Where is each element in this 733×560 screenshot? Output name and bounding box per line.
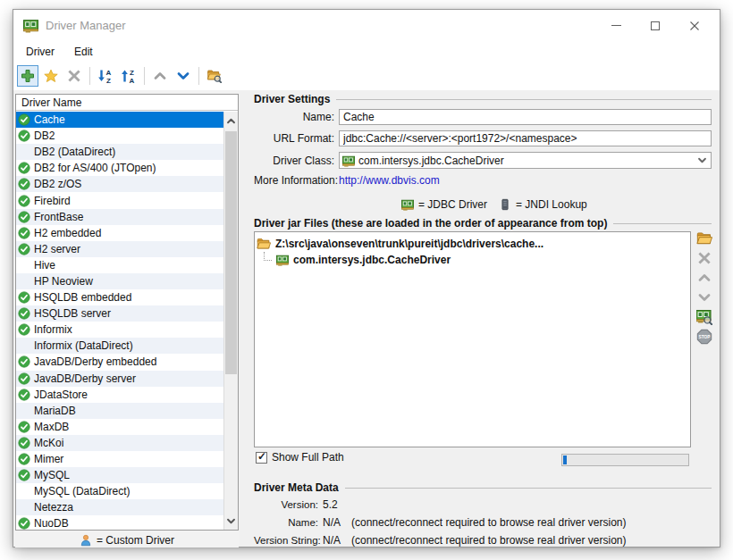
installed-check-icon (18, 130, 30, 142)
driver-list-item[interactable]: MySQL (16, 467, 223, 483)
scroll-up-arrow[interactable] (224, 113, 238, 128)
maximize-button[interactable] (636, 10, 675, 41)
driver-list-item[interactable]: Mimer (16, 451, 223, 467)
meta-title: Driver Meta Data (254, 481, 339, 494)
add-driver-button[interactable] (17, 65, 38, 87)
jar-path-node[interactable]: Z:\src\java\onseven\trunk\pureit\jdbc\dr… (257, 236, 688, 252)
driver-name-label: H2 server (34, 243, 80, 255)
driver-list-scrollbar[interactable] (223, 112, 238, 530)
driver-list-item[interactable]: Netezza (16, 499, 223, 515)
move-jar-down-button[interactable] (695, 288, 713, 305)
driver-list-item[interactable]: HSQLDB embedded (16, 289, 223, 305)
jndi-lookup-icon (499, 198, 511, 211)
dbvis-link[interactable]: http://www.dbvis.com (339, 174, 440, 187)
sort-descending-button[interactable] (118, 65, 139, 87)
tree-connector (264, 252, 272, 261)
sort-az-icon (97, 68, 114, 84)
driver-list-header[interactable]: Driver Name (16, 95, 238, 111)
name-field[interactable] (339, 109, 712, 125)
installed-check-icon (18, 469, 30, 481)
driver-settings-title: Driver Settings (254, 93, 330, 105)
url-format-label: URL Format: (254, 132, 334, 145)
minimize-icon (611, 25, 621, 26)
driver-list-item[interactable]: MySQL (DataDirect) (16, 483, 223, 499)
chevron-up-icon (697, 271, 712, 285)
installed-check-icon (18, 178, 30, 190)
jar-path-label: Z:\src\java\onseven\trunk\pureit\jdbc\dr… (275, 238, 543, 250)
driver-list-item[interactable]: JDataStore (16, 387, 223, 403)
driver-list-item[interactable]: FrontBase (16, 209, 223, 225)
installed-check-icon (18, 243, 30, 255)
driver-settings-section-header: Driver Settings (254, 93, 712, 105)
minimize-button[interactable] (596, 10, 636, 41)
jar-files-tree[interactable]: Z:\src\java\onseven\trunk\pureit\jdbc\dr… (254, 231, 691, 447)
driver-class-node-label: com.intersys.jdbc.CacheDriver (293, 254, 451, 266)
driver-list-item[interactable]: Hive (16, 257, 223, 273)
jar-toolbar (695, 230, 714, 345)
driver-list-item[interactable]: H2 server (16, 241, 223, 257)
sort-ascending-button[interactable] (95, 65, 116, 87)
combobox-dropdown-button[interactable] (695, 153, 709, 168)
meta-version-label: Version: (254, 499, 318, 510)
driver-list-item[interactable]: HSQLDB server (16, 305, 223, 322)
driver-list-item[interactable]: H2 embedded (16, 225, 223, 241)
title-bar[interactable]: Driver Manager (13, 10, 720, 41)
move-down-button[interactable] (173, 65, 194, 87)
add-jar-button[interactable] (695, 230, 713, 247)
maximize-icon (651, 21, 660, 30)
driver-list-item[interactable]: JavaDB/Derby server (16, 371, 223, 387)
jndi-legend-label: = JNDI Lookup (516, 198, 587, 211)
delete-driver-button[interactable] (63, 65, 85, 87)
delete-cross-icon (67, 69, 81, 83)
driver-list-item[interactable]: DB2 (DataDirect) (16, 144, 223, 160)
toolbar-separator (198, 67, 199, 85)
close-button[interactable] (675, 10, 714, 41)
show-full-path-checkbox[interactable] (256, 452, 267, 464)
driver-list-item[interactable]: Cache (16, 112, 223, 128)
driver-list-item[interactable]: NuoDB (16, 515, 223, 530)
folder-icon (257, 237, 271, 251)
plus-icon (21, 69, 35, 83)
driver-list-item[interactable]: Firebird (16, 192, 223, 208)
favorite-driver-button[interactable] (40, 65, 62, 87)
menu-driver[interactable]: Driver (26, 46, 55, 58)
delete-cross-icon (697, 251, 712, 265)
scrollbar-thumb[interactable] (225, 131, 237, 374)
progress-segment (563, 456, 567, 464)
driver-list-item[interactable]: DB2 for AS/400 (JTOpen) (16, 160, 223, 176)
menu-edit[interactable]: Edit (74, 46, 93, 58)
remove-jar-button[interactable] (695, 249, 713, 266)
installed-check-icon (18, 211, 30, 223)
driver-name-label: Hive (34, 259, 55, 272)
toolbar (13, 62, 720, 90)
find-driver-folder-button[interactable] (204, 65, 225, 87)
driver-class-value: com.intersys.jdbc.CacheDriver (358, 155, 504, 167)
driver-list-item[interactable]: JavaDB/Derby embedded (16, 354, 223, 370)
driver-list-item[interactable]: Informix (DataDirect) (16, 338, 223, 354)
installed-check-icon (18, 372, 30, 385)
stop-scan-button[interactable] (695, 328, 713, 345)
driver-class-node[interactable]: com.intersys.jdbc.CacheDriver (264, 252, 688, 268)
driver-scan-progressbar (561, 454, 689, 466)
meta-version-string-row: Version String: N/A (connect/reconnect r… (254, 534, 712, 547)
meta-version-value: 5.2 (323, 498, 344, 511)
find-driver-classes-button[interactable] (695, 308, 713, 325)
url-format-field[interactable] (339, 130, 712, 146)
driver-list-item[interactable]: DB2 z/OS (16, 176, 223, 192)
meta-name-note: (connect/reconnect required to browse re… (351, 516, 626, 529)
installed-check-icon (18, 291, 30, 304)
scroll-down-arrow[interactable] (224, 514, 238, 528)
driver-list-item[interactable]: MariaDB (16, 403, 223, 419)
more-information-label: More Information: (254, 174, 334, 187)
driver-list-item[interactable]: DB2 (16, 128, 223, 144)
move-jar-up-button[interactable] (695, 269, 713, 286)
installed-check-icon (18, 113, 30, 126)
driver-list-item[interactable]: Informix (16, 322, 223, 338)
driver-list-item[interactable]: MaxDB (16, 419, 223, 435)
driver-list-rows: CacheDB2DB2 (DataDirect)DB2 for AS/400 (… (16, 112, 223, 530)
move-up-button[interactable] (149, 65, 171, 87)
driver-list-item[interactable]: McKoi (16, 435, 223, 451)
chevron-down-icon (697, 155, 707, 165)
driver-list-item[interactable]: HP Neoview (16, 273, 223, 289)
driver-class-combobox[interactable]: com.intersys.jdbc.CacheDriver (339, 152, 712, 169)
